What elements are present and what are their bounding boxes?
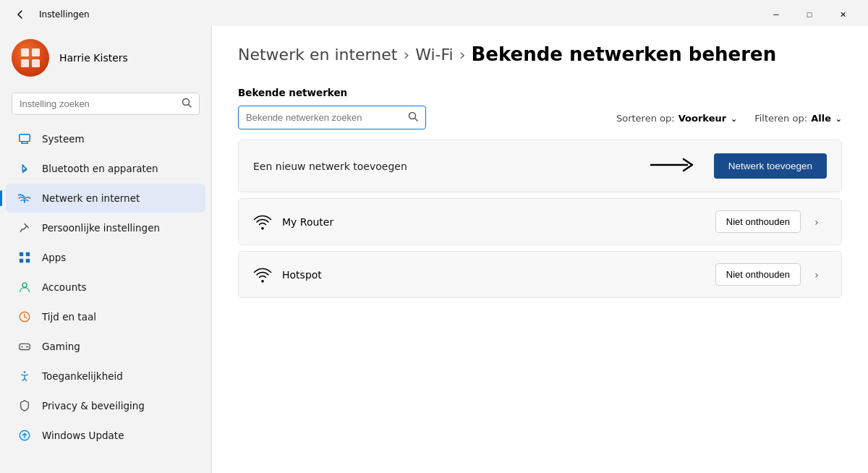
filter-dropdown-arrow: ⌄ bbox=[833, 114, 842, 124]
breadcrumb-wifi[interactable]: Wi-Fi bbox=[415, 46, 454, 64]
filter-control: Filteren op: Alle ⌄ bbox=[754, 111, 842, 124]
back-button[interactable] bbox=[9, 4, 32, 25]
sidebar-label-apps: Apps bbox=[42, 252, 66, 263]
bluetooth-icon bbox=[17, 161, 32, 176]
search-icon bbox=[182, 98, 192, 110]
svg-rect-13 bbox=[20, 259, 23, 263]
add-network-button[interactable]: Netwerk toevoegen bbox=[714, 153, 827, 179]
network-icon bbox=[17, 191, 32, 205]
network-card-my-router: My Router Niet onthouden › bbox=[238, 198, 842, 245]
filter-row: Sorteren op: Voorkeur ⌄ Filteren op: All… bbox=[238, 106, 842, 129]
close-button[interactable]: ✕ bbox=[826, 4, 859, 25]
network-card-hotspot: Hotspot Niet onthouden › bbox=[238, 251, 842, 298]
user-profile[interactable]: Harrie Kisters bbox=[0, 26, 211, 90]
forget-my-router-button[interactable]: Niet onthouden bbox=[715, 210, 801, 233]
network-search-input[interactable] bbox=[246, 112, 402, 123]
account-icon bbox=[17, 280, 32, 294]
network-search-icon bbox=[408, 111, 418, 124]
network-name-my-router: My Router bbox=[282, 216, 333, 228]
sort-label: Sorteren op: bbox=[616, 113, 675, 124]
add-network-text: Een nieuw netwerk toevoegen bbox=[253, 161, 407, 172]
brush-icon bbox=[17, 221, 32, 235]
filter-label: Filteren op: bbox=[754, 113, 807, 124]
svg-rect-6 bbox=[20, 135, 30, 142]
sidebar-item-apps[interactable]: Apps bbox=[6, 243, 205, 272]
update-icon bbox=[17, 428, 32, 443]
sidebar-label-systeem: Systeem bbox=[42, 133, 85, 145]
sidebar-item-netwerk[interactable]: Netwerk en internet bbox=[6, 184, 205, 213]
sort-value[interactable]: Voorkeur ⌄ bbox=[678, 113, 737, 124]
sidebar-label-privacy: Privacy & beveiliging bbox=[42, 400, 145, 412]
sidebar-label-persoonlijk: Persoonlijke instellingen bbox=[42, 222, 160, 234]
sidebar-item-windows-update[interactable]: Windows Update bbox=[6, 421, 205, 450]
breadcrumb-netwerk[interactable]: Netwerk en internet bbox=[238, 46, 397, 64]
clock-icon bbox=[17, 310, 32, 324]
network-right-my-router: Niet onthouden › bbox=[715, 210, 827, 233]
svg-rect-12 bbox=[26, 252, 30, 256]
sidebar-label-netwerk: Netwerk en internet bbox=[42, 192, 140, 204]
search-wrap[interactable] bbox=[12, 93, 200, 115]
network-left-my-router: My Router bbox=[253, 214, 333, 230]
sidebar-item-gaming[interactable]: Gaming bbox=[6, 332, 205, 361]
svg-line-18 bbox=[25, 317, 27, 318]
breadcrumb-current: Bekende netwerken beheren bbox=[472, 43, 777, 65]
wifi-icon-my-router bbox=[253, 214, 272, 230]
network-name-hotspot: Hotspot bbox=[282, 269, 322, 281]
network-search-wrap[interactable] bbox=[238, 106, 426, 129]
accessibility-icon bbox=[17, 369, 32, 383]
forget-hotspot-button[interactable]: Niet onthouden bbox=[715, 263, 801, 286]
minimize-button[interactable]: ─ bbox=[760, 4, 793, 25]
window-title: Instellingen bbox=[39, 9, 90, 20]
sidebar: Harrie Kisters Systeem bbox=[0, 26, 211, 473]
sidebar-label-windows-update: Windows Update bbox=[42, 430, 124, 441]
sidebar-item-systeem[interactable]: Systeem bbox=[6, 124, 205, 153]
apps-icon bbox=[17, 250, 32, 265]
breadcrumb-sep-1: › bbox=[403, 46, 409, 64]
search-container bbox=[0, 90, 211, 124]
svg-point-10 bbox=[24, 201, 25, 203]
privacy-icon bbox=[17, 399, 32, 413]
sidebar-item-persoonlijk[interactable]: Persoonlijke instellingen bbox=[6, 213, 205, 242]
app-body: Harrie Kisters Systeem bbox=[0, 26, 868, 473]
svg-point-23 bbox=[27, 346, 29, 348]
sort-filter-controls: Sorteren op: Voorkeur ⌄ Filteren op: All… bbox=[616, 111, 842, 124]
sidebar-label-tijd: Tijd en taal bbox=[42, 311, 96, 323]
title-bar: Instellingen ─ □ ✕ bbox=[0, 0, 868, 26]
main-content: Netwerk en internet › Wi-Fi › Bekende ne… bbox=[211, 26, 868, 473]
monitor-icon bbox=[17, 132, 32, 146]
svg-rect-3 bbox=[32, 59, 40, 67]
nav-list: Systeem Bluetooth en apparaten Netwerk e… bbox=[0, 124, 211, 451]
chevron-right-hotspot[interactable]: › bbox=[807, 265, 827, 285]
network-left-hotspot: Hotspot bbox=[253, 267, 322, 283]
network-right-hotspot: Niet onthouden › bbox=[715, 263, 827, 286]
add-network-left: Een nieuw netwerk toevoegen bbox=[253, 161, 407, 172]
sidebar-label-accounts: Accounts bbox=[42, 281, 87, 293]
svg-rect-1 bbox=[32, 48, 40, 56]
arrow-right-icon bbox=[650, 154, 694, 178]
sidebar-item-accounts[interactable]: Accounts bbox=[6, 273, 205, 302]
sidebar-item-privacy[interactable]: Privacy & beveiliging bbox=[6, 391, 205, 420]
svg-line-28 bbox=[415, 119, 418, 122]
svg-line-5 bbox=[189, 105, 192, 108]
filter-value[interactable]: Alle ⌄ bbox=[811, 113, 842, 124]
breadcrumb: Netwerk en internet › Wi-Fi › Bekende ne… bbox=[238, 43, 842, 65]
sidebar-label-toegankelijkheid: Toegankelijkheid bbox=[42, 370, 123, 382]
search-input[interactable] bbox=[20, 98, 176, 109]
svg-point-22 bbox=[26, 346, 27, 348]
user-name: Harrie Kisters bbox=[59, 52, 128, 64]
maximize-button[interactable]: □ bbox=[793, 4, 826, 25]
title-bar-left: Instellingen bbox=[9, 4, 90, 25]
svg-rect-14 bbox=[26, 259, 30, 263]
sidebar-item-tijd[interactable]: Tijd en taal bbox=[6, 302, 205, 331]
gaming-icon bbox=[17, 339, 32, 354]
wifi-icon-hotspot bbox=[253, 267, 272, 283]
svg-rect-2 bbox=[21, 59, 29, 67]
sort-control: Sorteren op: Voorkeur ⌄ bbox=[616, 111, 737, 124]
chevron-right-my-router[interactable]: › bbox=[807, 212, 827, 232]
svg-rect-11 bbox=[20, 252, 23, 256]
sort-dropdown-arrow: ⌄ bbox=[728, 114, 737, 124]
window-controls: ─ □ ✕ bbox=[760, 4, 859, 25]
sidebar-item-toegankelijkheid[interactable]: Toegankelijkheid bbox=[6, 362, 205, 391]
svg-point-15 bbox=[22, 283, 27, 287]
sidebar-item-bluetooth[interactable]: Bluetooth en apparaten bbox=[6, 154, 205, 183]
